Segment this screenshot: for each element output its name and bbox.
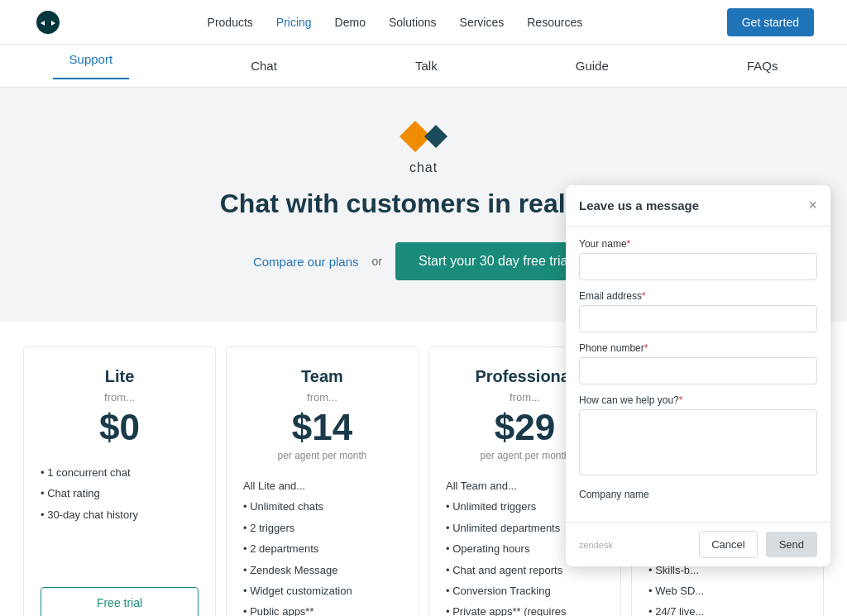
required-star-phone: * xyxy=(644,342,648,354)
plan-from-team: from... xyxy=(243,391,401,404)
nav-demo[interactable]: Demo xyxy=(335,16,366,29)
form-group-message: How can we help you?* xyxy=(579,394,817,479)
form-group-email: Email address* xyxy=(579,290,817,332)
plan-price-team: $14 xyxy=(243,407,401,448)
free-trial-button[interactable]: Start your 30 day free trial xyxy=(395,242,594,280)
required-star-name: * xyxy=(627,238,631,250)
plan-per-team: per agent per month xyxy=(243,450,401,461)
send-button[interactable]: Send xyxy=(766,532,817,557)
input-your-name[interactable] xyxy=(579,253,817,280)
plan-name-lite: Lite xyxy=(41,367,199,386)
hero-logo xyxy=(17,121,830,152)
form-group-phone: Phone number* xyxy=(579,342,817,384)
plan-name-team: Team xyxy=(243,367,401,386)
plan-trial-lite[interactable]: Free trial xyxy=(41,587,199,616)
cancel-button[interactable]: Cancel xyxy=(699,531,757,558)
plan-features-lite: • 1 concurrent chat • Chat rating • 30-d… xyxy=(41,463,199,571)
label-your-name: Your name* xyxy=(579,238,817,250)
nav-links: Products Pricing Demo Solutions Services… xyxy=(208,16,583,29)
plan-card-team: Team from... $14 per agent per month All… xyxy=(226,346,419,616)
subnav-support[interactable]: Support xyxy=(53,52,130,79)
logo[interactable] xyxy=(33,7,63,37)
chat-close-button[interactable]: × xyxy=(808,197,817,214)
plan-price-lite: $0 xyxy=(41,407,199,448)
label-email: Email address* xyxy=(579,290,817,302)
form-group-name: Your name* xyxy=(579,238,817,280)
textarea-message[interactable] xyxy=(579,409,817,475)
chat-icon-teal xyxy=(424,125,447,148)
chat-form: Your name* Email address* Phone number* … xyxy=(566,227,830,522)
nav-products[interactable]: Products xyxy=(208,16,253,29)
chat-branding: zendesk xyxy=(579,540,613,550)
hero-brand: chat xyxy=(17,160,830,175)
chat-widget-header: Leave us a message × xyxy=(566,185,830,227)
hero-or-text: or xyxy=(372,255,382,268)
nav-solutions[interactable]: Solutions xyxy=(389,16,437,29)
compare-plans-link[interactable]: Compare our plans xyxy=(253,255,359,269)
chat-widget: Leave us a message × Your name* Email ad… xyxy=(566,185,830,566)
subnav-chat[interactable]: Chat xyxy=(234,59,294,73)
plan-card-lite: Lite from... $0 • 1 concurrent chat • Ch… xyxy=(23,346,216,616)
input-email[interactable] xyxy=(579,305,817,332)
label-company: Company name xyxy=(579,489,817,500)
nav-resources[interactable]: Resources xyxy=(527,16,582,29)
get-started-button[interactable]: Get started xyxy=(727,8,814,36)
chat-widget-scroll[interactable]: Your name* Email address* Phone number* … xyxy=(566,227,830,522)
sub-nav: Support Chat Talk Guide FAQs xyxy=(0,45,847,88)
required-star-email: * xyxy=(642,290,646,302)
subnav-guide[interactable]: Guide xyxy=(559,59,625,73)
required-star-message: * xyxy=(679,394,683,406)
plan-from-lite: from... xyxy=(41,391,199,404)
chat-widget-title: Leave us a message xyxy=(579,198,699,212)
input-phone[interactable] xyxy=(579,357,817,384)
label-message: How can we help you?* xyxy=(579,394,817,406)
subnav-faqs[interactable]: FAQs xyxy=(730,59,795,73)
subnav-talk[interactable]: Talk xyxy=(399,59,454,73)
form-group-company: Company name xyxy=(579,489,817,500)
nav-services[interactable]: Services xyxy=(460,16,505,29)
plan-features-team: All Lite and... • Unlimited chats • 2 tr… xyxy=(243,476,401,616)
chat-footer: zendesk Cancel Send xyxy=(566,522,830,566)
top-nav: Products Pricing Demo Solutions Services… xyxy=(0,0,847,45)
nav-pricing[interactable]: Pricing xyxy=(276,16,312,29)
label-phone: Phone number* xyxy=(579,342,817,354)
